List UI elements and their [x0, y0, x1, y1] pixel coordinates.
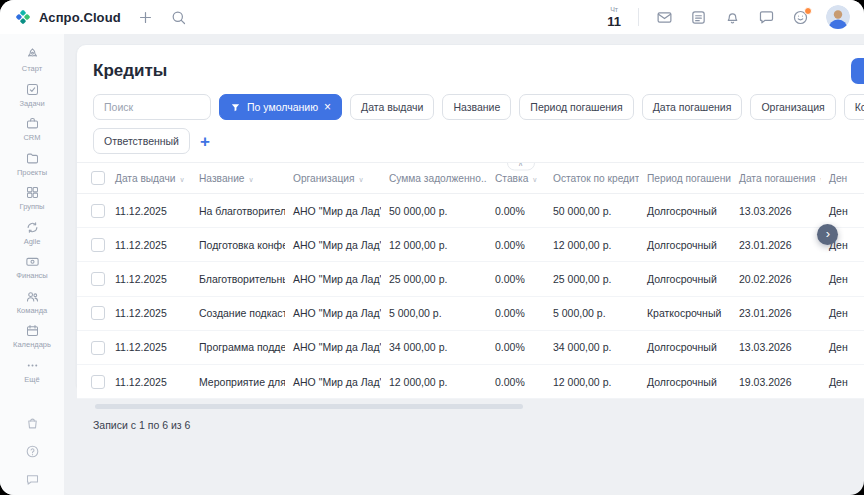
cell-issue-date: 11.12.2025: [107, 194, 191, 228]
cell-extra: Ден: [821, 296, 864, 330]
table-row[interactable]: 11.12.2025 Подготовка конферен АНО "Мир …: [77, 228, 864, 262]
chip-label: Название: [453, 101, 500, 113]
help-button[interactable]: [792, 9, 809, 26]
chat-button[interactable]: [758, 9, 775, 26]
cell-rate: 0.00%: [487, 330, 545, 364]
page-title: Кредиты: [93, 61, 167, 81]
create-button[interactable]: Создать: [851, 58, 864, 84]
remove-filter-icon[interactable]: ×: [324, 101, 331, 113]
rocket-icon: [25, 47, 40, 62]
more-dots-icon: [25, 358, 40, 373]
sidebar-item-label: Группы: [20, 203, 45, 211]
cell-extra: Ден: [821, 365, 864, 399]
column-header-name[interactable]: Название∨: [191, 163, 285, 194]
table-row[interactable]: 11.12.2025 Создание подкаста АНО "Мир да…: [77, 296, 864, 330]
filter-chip-name[interactable]: Название: [442, 94, 511, 120]
sort-chevron-icon: ∨: [358, 176, 363, 183]
filter-chip-responsible[interactable]: Ответственный: [93, 128, 190, 154]
cell-balance: 12 000,00 р.: [545, 365, 639, 399]
column-header-organization[interactable]: Организация∨: [285, 163, 381, 194]
filter-row-2: Ответственный +: [93, 128, 864, 154]
filter-chip-period[interactable]: Период погашения: [519, 94, 633, 120]
sidebar-item-calendar[interactable]: Календарь: [0, 318, 64, 353]
row-checkbox[interactable]: [91, 272, 105, 286]
app-logo[interactable]: Аспро.Cloud: [14, 8, 121, 26]
sidebar-item-label: Ещё: [24, 376, 39, 384]
sidebar-item-tasks[interactable]: Задачи: [0, 77, 64, 112]
row-checkbox[interactable]: [91, 204, 105, 218]
cell-organization: АНО "Мир да Лад": [285, 194, 381, 228]
scroll-next-button[interactable]: ›: [817, 224, 838, 245]
sidebar-item-more[interactable]: Ещё: [0, 353, 64, 388]
add-filter-button[interactable]: +: [198, 133, 212, 150]
scrollbar-thumb[interactable]: [95, 404, 523, 409]
filter-chip-issue-date[interactable]: Дата выдачи: [350, 94, 434, 120]
cell-issue-date: 11.12.2025: [107, 228, 191, 262]
notes-button[interactable]: [690, 9, 707, 26]
table-row[interactable]: 11.12.2025 Благотворительный к АНО "Мир …: [77, 262, 864, 296]
column-header-debt[interactable]: Сумма задолженно...: [381, 163, 487, 194]
column-label: Остаток по кредиту: [553, 173, 639, 184]
notifications-button[interactable]: [724, 9, 741, 26]
support-chat-icon[interactable]: [25, 472, 40, 487]
cell-period: Долгосрочный: [639, 228, 731, 262]
row-checkbox[interactable]: [91, 375, 105, 389]
cell-rate: 0.00%: [487, 228, 545, 262]
table-header-row: Дата выдачи∨ Название∨ Организация∨ Сумм…: [77, 163, 864, 194]
sort-chevron-icon: ∨: [532, 176, 537, 183]
search-input[interactable]: [93, 94, 211, 120]
calendar-date-widget[interactable]: Чт 11: [607, 6, 621, 28]
sort-chevron-icon: ∨: [819, 176, 821, 183]
user-avatar[interactable]: [826, 5, 850, 29]
row-checkbox[interactable]: [91, 238, 105, 252]
briefcase-icon: [25, 116, 40, 131]
search-button[interactable]: [170, 9, 187, 26]
sidebar-item-projects[interactable]: Проекты: [0, 146, 64, 181]
cell-rate: 0.00%: [487, 194, 545, 228]
quick-create-button[interactable]: [137, 9, 154, 26]
topbar-divider: [638, 8, 639, 26]
table-row[interactable]: 11.12.2025 Программа поддерж АНО "Мир да…: [77, 330, 864, 364]
cell-debt: 25 000,00 р.: [381, 262, 487, 296]
sidebar-item-agile[interactable]: Agile: [0, 215, 64, 250]
table-row[interactable]: 11.12.2025 Мероприятие для сб АНО "Мир д…: [77, 365, 864, 399]
sidebar-item-crm[interactable]: CRM: [0, 111, 64, 146]
column-header-extra[interactable]: Ден: [821, 163, 864, 194]
cell-debt: 12 000,00 р.: [381, 365, 487, 399]
calendar-icon: [25, 323, 40, 338]
chip-label: Ответственный: [104, 135, 179, 147]
horizontal-scrollbar[interactable]: [91, 404, 864, 409]
sidebar-item-groups[interactable]: Группы: [0, 180, 64, 215]
chip-label: Контрагент: [855, 101, 864, 113]
filter-chip-organization[interactable]: Организация: [750, 94, 835, 120]
active-filter-chip[interactable]: По умолчанию ×: [219, 94, 342, 120]
column-header-period[interactable]: Период погашения∨: [639, 163, 731, 194]
column-header-balance[interactable]: Остаток по кредиту: [545, 163, 639, 194]
store-bag-icon[interactable]: [25, 416, 40, 431]
mail-button[interactable]: [656, 9, 673, 26]
sidebar-item-label: Задачи: [19, 100, 44, 108]
help-circle-icon[interactable]: [25, 444, 40, 459]
column-header-due-date[interactable]: Дата погашения∨: [731, 163, 821, 194]
column-header-issue-date[interactable]: Дата выдачи∨: [107, 163, 191, 194]
row-checkbox[interactable]: [91, 341, 105, 355]
select-all-checkbox[interactable]: [91, 171, 105, 185]
collapse-filters-button[interactable]: ∧: [507, 162, 535, 171]
filter-chip-due-date[interactable]: Дата погашения: [642, 94, 743, 120]
sort-chevron-icon: ∨: [249, 176, 254, 183]
tasks-icon: [25, 82, 40, 97]
cell-extra: Ден: [821, 194, 864, 228]
cell-period: Краткосрочный: [639, 296, 731, 330]
logo-text: Аспро.Cloud: [39, 10, 121, 25]
sidebar-item-finance[interactable]: Финансы: [0, 249, 64, 284]
cell-extra: Ден: [821, 262, 864, 296]
sidebar-item-label: Agile: [24, 238, 41, 246]
table-row[interactable]: 11.12.2025 На благотворительн АНО "Мир д…: [77, 194, 864, 228]
cell-due-date: 13.03.2026: [731, 194, 821, 228]
row-checkbox[interactable]: [91, 306, 105, 320]
sidebar-item-start[interactable]: Старт: [0, 42, 64, 77]
filter-chip-counterparty[interactable]: Контрагент: [844, 94, 864, 120]
sidebar-item-team[interactable]: Команда: [0, 284, 64, 319]
cell-extra: Ден: [821, 330, 864, 364]
column-label: Сумма задолженно...: [389, 173, 487, 184]
